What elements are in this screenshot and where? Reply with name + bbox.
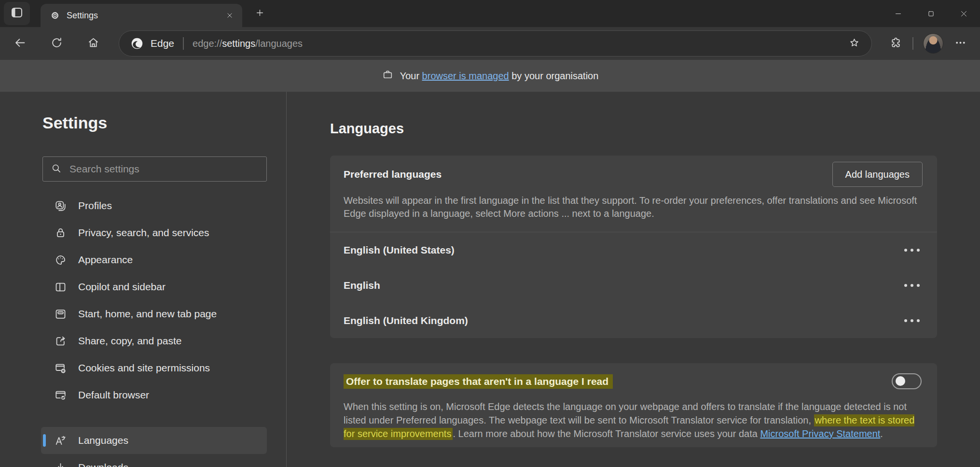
new-tab-button[interactable]	[250, 4, 269, 23]
minimize-button[interactable]	[882, 0, 914, 27]
search-input[interactable]	[69, 163, 261, 175]
browser-window: Settings Edge e	[0, 0, 980, 467]
back-button[interactable]	[9, 32, 31, 55]
cookies-icon	[54, 362, 67, 375]
sidebar-item-label: Appearance	[78, 254, 133, 266]
toggle-knob	[896, 376, 905, 386]
translate-setting-card: Offer to translate pages that aren't in …	[330, 363, 937, 447]
sidebar-item-profiles[interactable]: Profiles	[41, 192, 267, 219]
search-icon	[51, 163, 62, 176]
maximize-button[interactable]	[914, 0, 947, 27]
star-icon	[848, 37, 860, 51]
new-tab-page-icon	[54, 308, 67, 321]
briefcase-icon	[382, 69, 394, 83]
preferred-languages-title: Preferred languages	[344, 169, 442, 180]
favorites-button[interactable]	[844, 34, 864, 53]
sidebar-item-label: Profiles	[78, 200, 112, 212]
sidebar-item-label: Share, copy, and paste	[78, 335, 181, 347]
sidebar-item-cookies[interactable]: Cookies and site permissions	[41, 354, 267, 382]
back-arrow-icon	[14, 36, 27, 51]
add-languages-button[interactable]: Add languages	[832, 162, 923, 187]
address-bar[interactable]: Edge edge://settings/languages	[119, 30, 872, 57]
privacy-statement-link[interactable]: Microsoft Privacy Statement	[760, 428, 880, 439]
url-text[interactable]: edge://settings/languages	[193, 38, 844, 49]
tab-workspaces-button[interactable]	[4, 2, 30, 25]
more-actions-button[interactable]	[899, 276, 925, 295]
settings-and-more-button[interactable]	[949, 32, 971, 55]
sidebar-item-label: Default browser	[78, 389, 149, 401]
sidebar-item-default-browser[interactable]: Default browser	[41, 382, 267, 409]
settings-sidebar: Settings Profiles Privacy, search, and s…	[0, 92, 287, 467]
language-name: English	[344, 280, 380, 291]
sidebar-item-label: Languages	[78, 435, 128, 446]
settings-content: Settings Profiles Privacy, search, and s…	[0, 92, 980, 467]
sidebar-item-appearance[interactable]: Appearance	[41, 246, 267, 273]
settings-search[interactable]	[42, 156, 267, 182]
download-icon	[54, 461, 67, 467]
window-close-button[interactable]	[947, 0, 980, 27]
highlighted-title-text: Offer to translate pages that aren't in …	[344, 374, 613, 389]
tab-title: Settings	[67, 11, 223, 21]
language-row: English	[330, 268, 937, 303]
window-controls	[882, 0, 980, 27]
sidebar-item-copilot[interactable]: Copilot and sidebar	[41, 273, 267, 300]
language-list: English (United States) English English …	[330, 232, 937, 338]
sidebar-item-languages[interactable]: Languages	[41, 427, 267, 454]
tab-bar: Settings	[0, 0, 980, 27]
default-browser-icon	[54, 389, 67, 402]
sidebar-nav: Profiles Privacy, search, and services A…	[0, 192, 286, 467]
preferred-languages-header: Preferred languages Add languages	[330, 156, 937, 189]
sidebar-item-downloads[interactable]: Downloads	[41, 454, 267, 467]
workspaces-icon	[10, 5, 24, 22]
sidebar-item-label: Downloads	[78, 462, 128, 467]
sidebar-item-privacy[interactable]: Privacy, search, and services	[41, 219, 267, 246]
urlbar-divider	[183, 37, 184, 50]
translate-setting-title: Offer to translate pages that aren't in …	[344, 375, 923, 389]
sidebar-item-share[interactable]: Share, copy, and paste	[41, 327, 267, 354]
sidebar-item-label: Privacy, search, and services	[78, 227, 209, 239]
translate-icon	[54, 434, 67, 447]
sidebar-item-label: Copilot and sidebar	[78, 281, 166, 293]
language-name: English (United States)	[344, 244, 455, 256]
preferred-languages-card: Preferred languages Add languages Websit…	[330, 156, 937, 338]
sidebar-item-label: Start, home, and new tab page	[78, 308, 217, 320]
more-dots-icon	[954, 36, 967, 51]
edge-logo-icon	[130, 36, 144, 51]
banner-text: Your browser is managed by your organisa…	[400, 71, 599, 82]
translate-toggle[interactable]	[892, 373, 922, 389]
more-actions-button[interactable]	[899, 241, 925, 259]
toolbar-divider	[912, 37, 913, 50]
refresh-button[interactable]	[45, 32, 68, 55]
tab-settings[interactable]: Settings	[41, 4, 242, 27]
sidebar-item-label: Cookies and site permissions	[78, 362, 210, 374]
preferred-languages-description: Websites will appear in the first langua…	[330, 194, 937, 232]
refresh-icon	[50, 36, 63, 51]
translate-setting-description: When this setting is on, Microsoft Edge …	[344, 400, 923, 440]
language-row: English (United States)	[330, 232, 937, 268]
extensions-button[interactable]	[884, 32, 907, 55]
language-name: English (United Kingdom)	[344, 315, 468, 326]
palette-icon	[54, 254, 67, 267]
tab-close-button[interactable]	[223, 9, 236, 22]
sidebar-layout-icon	[54, 281, 67, 294]
languages-page: Languages Preferred languages Add langua…	[287, 92, 980, 467]
home-icon	[87, 36, 100, 51]
site-info-button[interactable]: Edge	[151, 38, 174, 49]
gear-icon	[50, 11, 60, 20]
profiles-icon	[54, 199, 67, 212]
plus-icon	[255, 8, 264, 19]
home-button[interactable]	[82, 32, 104, 55]
navigation-toolbar: Edge edge://settings/languages	[0, 27, 980, 60]
managed-browser-banner: Your browser is managed by your organisa…	[0, 60, 980, 92]
more-actions-button[interactable]	[899, 311, 925, 330]
lock-icon	[54, 226, 67, 240]
managed-link[interactable]: browser is managed	[422, 71, 509, 81]
profile-avatar[interactable]	[923, 33, 943, 54]
share-icon	[54, 335, 67, 348]
sidebar-title: Settings	[42, 113, 286, 132]
puzzle-icon	[889, 36, 902, 51]
sidebar-item-start-home[interactable]: Start, home, and new tab page	[41, 300, 267, 327]
language-row: English (United Kingdom)	[330, 303, 937, 338]
page-title: Languages	[330, 120, 980, 137]
